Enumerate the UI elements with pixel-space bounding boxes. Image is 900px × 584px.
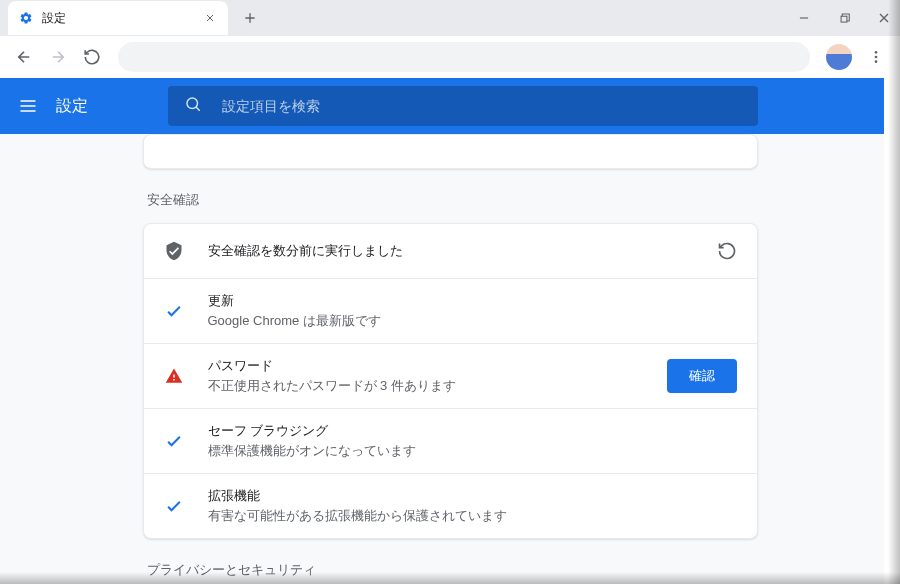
item-title: 拡張機能 [208,486,737,506]
search-input[interactable] [222,98,742,114]
url-input[interactable] [118,42,810,72]
window-controls [794,0,894,36]
safety-refresh-button[interactable] [717,241,737,261]
item-subtitle: 有害な可能性がある拡張機能から保護されています [208,506,737,526]
safety-item-passwords[interactable]: パスワード 不正使用されたパスワードが 3 件あります 確認 [144,343,757,408]
item-title: 更新 [208,291,737,311]
close-icon[interactable] [202,10,218,26]
search-icon [184,95,202,117]
check-icon [164,431,184,451]
warning-icon [164,366,184,386]
minimize-button[interactable] [794,8,814,28]
safety-check-card: 安全確認を数分前に実行しました 更新 Google Chrome は最新版です [143,223,758,539]
back-button[interactable] [10,43,38,71]
new-tab-button[interactable] [236,4,264,32]
reload-button[interactable] [78,43,106,71]
section-title-safety: 安全確認 [143,191,758,209]
safety-check-header: 安全確認を数分前に実行しました [144,224,757,278]
avatar[interactable] [826,44,852,70]
section-title-privacy: プライバシーとセキュリティ [143,561,758,579]
tab-bar: 設定 [0,0,900,36]
safety-item-updates[interactable]: 更新 Google Chrome は最新版です [144,278,757,343]
review-passwords-button[interactable]: 確認 [667,359,737,393]
check-icon [164,301,184,321]
item-subtitle: 不正使用されたパスワードが 3 件あります [208,376,651,396]
search-bar[interactable] [168,86,758,126]
shield-check-icon [164,241,184,261]
safety-item-safebrowsing[interactable]: セーフ ブラウジング 標準保護機能がオンになっています [144,408,757,473]
svg-point-3 [875,60,878,63]
item-subtitle: 標準保護機能がオンになっています [208,441,737,461]
gear-icon [18,10,34,26]
safety-item-extensions[interactable]: 拡張機能 有害な可能性がある拡張機能から保護されています [144,473,757,538]
chrome-menu-button[interactable] [862,43,890,71]
safety-check-status: 安全確認を数分前に実行しました [208,241,701,261]
item-title: セーフ ブラウジング [208,421,737,441]
tab-title: 設定 [42,10,202,27]
window-close-button[interactable] [874,8,894,28]
svg-point-2 [875,56,878,59]
forward-button[interactable] [44,43,72,71]
svg-point-4 [187,98,198,109]
item-subtitle: Google Chrome は最新版です [208,311,737,331]
browser-tab-active[interactable]: 設定 [8,1,228,35]
previous-card-partial [143,134,758,169]
browser-chrome: 設定 [0,0,900,78]
restore-button[interactable] [834,8,854,28]
check-icon [164,496,184,516]
svg-rect-0 [841,16,847,22]
svg-point-1 [875,51,878,54]
item-title: パスワード [208,356,651,376]
settings-header: 設定 [0,78,900,134]
address-bar [0,36,900,78]
menu-button[interactable] [16,94,40,118]
content-area: 安全確認 安全確認を数分前に実行しました 更新 [0,134,900,584]
scrollbar[interactable] [884,78,900,584]
page-title: 設定 [56,96,88,117]
